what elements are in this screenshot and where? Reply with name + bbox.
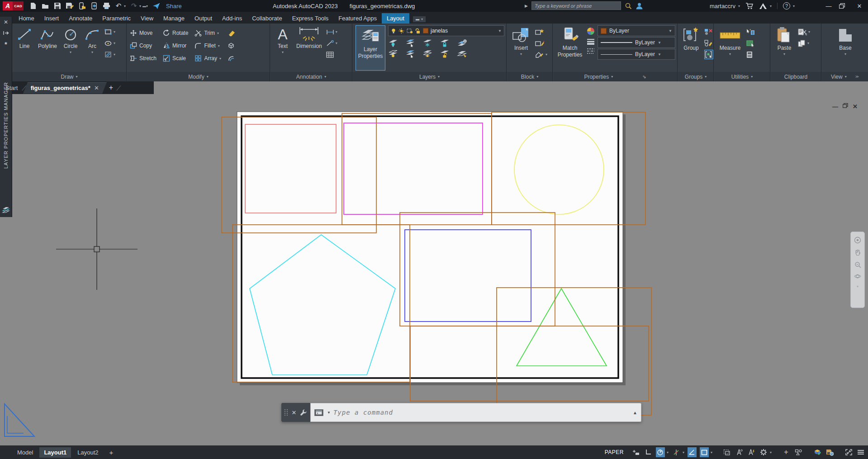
- workspace-dropdown[interactable]: ▾: [770, 450, 772, 454]
- fillet-button[interactable]: Fillet▾: [194, 40, 221, 52]
- group-selection-toggle[interactable]: [704, 50, 713, 59]
- panel-label-view[interactable]: View▾≫: [822, 72, 868, 81]
- open-file-button[interactable]: [41, 2, 49, 10]
- panel-label-utilities[interactable]: Utilities▾: [714, 72, 770, 81]
- arc-button[interactable]: Arc ▾: [83, 25, 102, 55]
- drawing-area[interactable]: — ✕ ▾: [0, 81, 868, 445]
- rotate-button[interactable]: Rotate: [163, 27, 188, 39]
- panel-label-annotation[interactable]: Annotation▾: [270, 72, 352, 81]
- paper-sheet[interactable]: [237, 112, 623, 383]
- attributes-dropdown[interactable]: ▾: [545, 52, 547, 57]
- mirror-button[interactable]: Mirror: [163, 40, 188, 52]
- circle-dropdown[interactable]: ▾: [70, 50, 71, 54]
- search-input[interactable]: [531, 1, 621, 10]
- tab-annotate[interactable]: Annotate: [64, 13, 97, 24]
- layer-off-button[interactable]: [388, 39, 398, 47]
- base-dropdown[interactable]: ▾: [844, 52, 846, 56]
- quick-calc-button[interactable]: [746, 50, 755, 59]
- isodraft-toggle[interactable]: [672, 447, 681, 457]
- line-button[interactable]: Line: [15, 25, 34, 50]
- save-to-web-button[interactable]: [90, 2, 98, 10]
- create-block-button[interactable]: [535, 27, 547, 37]
- lineweight-toggle[interactable]: [700, 447, 709, 457]
- new-file-button[interactable]: [29, 2, 37, 10]
- palette-close-icon[interactable]: ✕: [0, 17, 12, 28]
- measure-button[interactable]: Measure ▾: [717, 25, 743, 57]
- save-status-icon[interactable]: [825, 447, 834, 457]
- define-attributes-button[interactable]: ▾: [535, 50, 547, 59]
- fillet-dropdown[interactable]: ▾: [218, 44, 220, 48]
- undo-dropdown[interactable]: ▾: [124, 4, 126, 8]
- layer-unisolate-button[interactable]: [405, 50, 415, 58]
- paste-dropdown[interactable]: ▾: [783, 52, 785, 56]
- leader-dropdown[interactable]: ▾: [336, 41, 337, 45]
- tab-add-ins[interactable]: Add-ins: [217, 13, 247, 24]
- cut-button[interactable]: ▾: [798, 27, 810, 37]
- command-line-handle[interactable]: ✕: [281, 403, 310, 422]
- crosshair-toggle[interactable]: +: [782, 447, 791, 457]
- file-tab-close-icon[interactable]: ✕: [94, 85, 99, 91]
- linear-dimension-dropdown[interactable]: ▾: [336, 30, 337, 34]
- navbar-more-icon[interactable]: ▾: [857, 284, 859, 289]
- annotation-visibility-toggle[interactable]: [735, 447, 744, 457]
- space-indicator[interactable]: PAPER: [605, 449, 624, 455]
- rectangle-tool-button[interactable]: ▾: [104, 27, 115, 37]
- pan-icon[interactable]: [854, 249, 861, 256]
- insert-button[interactable]: Insert ▾: [510, 25, 532, 57]
- close-button[interactable]: ✕: [854, 3, 864, 9]
- linear-dimension-button[interactable]: ▾: [326, 27, 337, 37]
- text-dropdown[interactable]: ▾: [282, 50, 284, 54]
- drawing-minimize-button[interactable]: —: [832, 103, 838, 110]
- ribbon-more-panels[interactable]: ≫: [855, 75, 859, 79]
- match-properties-button[interactable]: Match Properties: [556, 25, 584, 59]
- drawing-restore-button[interactable]: [843, 103, 848, 110]
- tab-express-tools[interactable]: Express Tools: [287, 13, 334, 24]
- navigation-bar[interactable]: ▾: [850, 232, 865, 308]
- user-avatar-icon[interactable]: [636, 2, 643, 9]
- customization-menu[interactable]: [856, 447, 865, 457]
- file-tab-start[interactable]: Start: [0, 82, 23, 94]
- orbit-icon[interactable]: [854, 274, 861, 279]
- linetype-dropdown[interactable]: ByLayer ▼: [598, 49, 675, 60]
- restore-button[interactable]: [839, 3, 849, 9]
- help-dropdown[interactable]: ▾: [793, 4, 795, 8]
- copy-button[interactable]: Copy: [130, 40, 157, 52]
- dimension-button[interactable]: Dimension: [295, 25, 323, 50]
- scale-button[interactable]: Scale: [163, 52, 188, 64]
- search-collapse-icon[interactable]: ▶: [525, 4, 528, 8]
- redo-button[interactable]: ↷: [130, 2, 138, 10]
- command-prompt-icon[interactable]: [314, 409, 323, 416]
- color-wheel-icon[interactable]: [587, 27, 595, 35]
- plot-button[interactable]: [102, 2, 110, 10]
- save-button[interactable]: [53, 2, 62, 10]
- quick-select-button[interactable]: [746, 27, 755, 37]
- tab-featured-apps[interactable]: Featured Apps: [333, 13, 382, 24]
- layout1-tab[interactable]: Layout1: [39, 447, 71, 458]
- isodraft-dropdown[interactable]: ▾: [683, 450, 684, 454]
- lineweight-dropdown[interactable]: ▾: [711, 450, 712, 454]
- layer-freeze-button[interactable]: [422, 39, 432, 47]
- user-name[interactable]: martaccrv: [710, 3, 735, 9]
- trim-button[interactable]: Trim▾: [194, 27, 221, 39]
- tab-parametric[interactable]: Parametric: [97, 13, 136, 24]
- copy-clip-button[interactable]: ▾: [798, 38, 810, 48]
- cut-dropdown[interactable]: ▾: [808, 30, 810, 34]
- fullscreen-toggle[interactable]: [844, 447, 853, 457]
- command-input[interactable]: [333, 409, 630, 416]
- panel-label-properties[interactable]: Properties▾⇘: [553, 72, 677, 81]
- trim-dropdown[interactable]: ▾: [217, 31, 219, 35]
- array-button[interactable]: Array▾: [194, 52, 221, 64]
- redo-dropdown[interactable]: ▾: [139, 4, 141, 8]
- navigation-wheel-icon[interactable]: [854, 237, 861, 244]
- autocad-logo-icon[interactable]: ACAD: [3, 1, 24, 10]
- palette-autohide-icon[interactable]: [0, 28, 12, 38]
- lineweight-dropdown[interactable]: ByLayer ▼: [598, 37, 675, 48]
- properties-dialog-launcher[interactable]: ⇘: [642, 74, 646, 79]
- zoom-icon[interactable]: [854, 261, 861, 268]
- ellipse-dropdown[interactable]: ▾: [114, 41, 115, 45]
- cart-icon[interactable]: [745, 2, 754, 9]
- isolate-objects-toggle[interactable]: [794, 447, 803, 457]
- measure-dropdown[interactable]: ▾: [729, 52, 731, 56]
- layout2-tab[interactable]: Layout2: [73, 447, 103, 458]
- layer-on-button[interactable]: [388, 50, 398, 58]
